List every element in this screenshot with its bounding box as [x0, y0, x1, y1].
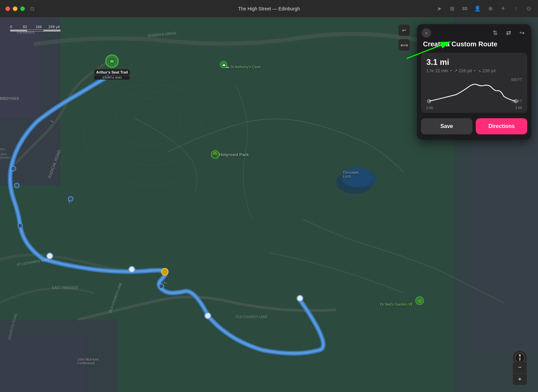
window-title: The High Street — Edinburgh [238, 6, 300, 11]
svg-point-23 [297, 295, 303, 301]
save-button[interactable]: Save [421, 118, 472, 134]
map-container[interactable]: ↓ ↓ ↓ ⛰ 🌳 🌿 RADICAL ROAD QUEEN'S DRIVE S… [0, 17, 538, 392]
scale-seg-2 [27, 30, 44, 32]
share-button[interactable]: ↑ [512, 5, 520, 13]
traffic-lights [5, 6, 25, 11]
panel-close-button[interactable]: × [422, 28, 431, 38]
zoom-in-button[interactable]: + [512, 373, 527, 385]
3d-button[interactable]: 3D [461, 5, 469, 13]
svg-point-20 [161, 268, 168, 275]
minimize-button[interactable] [13, 6, 17, 11]
redo-button[interactable]: ↪ [517, 28, 527, 38]
svg-point-22 [205, 313, 211, 319]
maximize-button[interactable] [20, 6, 25, 11]
svg-text:BIEDYKES: BIEDYKES [0, 96, 19, 100]
cursor-button[interactable]: ➤ [435, 5, 443, 13]
search-button[interactable]: ⊙ [525, 5, 533, 13]
chart-x-start: 0 MI [426, 106, 433, 110]
chart-y-bottom: 100 FT [511, 99, 522, 103]
svg-text:EAST·PARKSIDE: EAST·PARKSIDE [52, 286, 79, 290]
svg-point-21 [159, 284, 164, 289]
map-view-button[interactable]: ⊞ [448, 5, 456, 13]
svg-text:↓: ↓ [68, 199, 71, 206]
chart-x-end: 3 MI [515, 106, 522, 110]
people-button[interactable]: 👤 [473, 5, 482, 13]
chart-y-top: 500 FT [511, 78, 522, 82]
map-left-controls: ↩ ⟺ [398, 24, 410, 51]
svg-point-16 [18, 223, 23, 228]
route-panel: × ⇅ ⇄ ↪ Create a Custom Route 3.1 mi 1 h… [417, 24, 531, 140]
add-button[interactable]: + [499, 5, 507, 13]
scale-0: 0 [10, 25, 23, 29]
chart-y-labels: 500 FT 100 FT [511, 78, 522, 103]
scale-bar-visual [10, 30, 61, 32]
close-icon: × [425, 31, 428, 36]
svg-point-14 [11, 166, 16, 171]
scale-seg-3 [44, 30, 61, 32]
titlebar: ⊡ The High Street — Edinburgh ➤ ⊞ 3D 👤 ⊕… [0, 0, 538, 17]
svg-point-15 [14, 183, 19, 188]
scale-numbers: 0 83 166 249 yd [10, 25, 61, 29]
svg-text:tton: tton [0, 147, 5, 151]
trail-name: Arthur's Seat Trail [94, 69, 130, 75]
route-descent: ↘ 226 yd [477, 68, 496, 73]
reorder-button[interactable]: ⇄ [504, 28, 513, 38]
zoom-controls: − + [512, 361, 527, 385]
route-stats-card: 3.1 mi 1 hr 22 min • ↗ 226 yd • ↘ 226 yd… [421, 53, 527, 113]
trail-marker: Arthur's Seat Trail START ▸ END [94, 54, 130, 80]
trail-sub: START ▸ END [94, 76, 130, 80]
close-button[interactable] [5, 6, 10, 11]
sort-icon: ⇅ [493, 29, 498, 37]
panel-buttons: Save Directions [417, 117, 531, 140]
layers-button[interactable]: ⟺ [398, 39, 410, 51]
route-meta: 1 hr 22 min • ↗ 226 yd • ↘ 226 yd [426, 68, 522, 73]
scale-seg-1 [10, 30, 27, 32]
svg-text:OLD CHURCH LANE: OLD CHURCH LANE [235, 315, 268, 319]
svg-text:⛰: ⛰ [222, 63, 226, 67]
meta-dot2: • [474, 68, 475, 73]
route-ascent: ↗ 226 yd [454, 68, 472, 73]
scale-166: 166 [36, 25, 48, 29]
trail-pin [105, 54, 119, 68]
sort-button[interactable]: ⇅ [490, 28, 500, 38]
route-duration: 1 hr 22 min [426, 68, 448, 73]
meta-dot: • [450, 68, 452, 73]
svg-rect-9 [0, 337, 84, 392]
route-distance: 3.1 mi [426, 57, 522, 67]
reorder-icon: ⇄ [506, 29, 511, 37]
elevation-svg [426, 78, 522, 105]
location-button[interactable]: ⊕ [486, 5, 494, 13]
elevation-chart: 500 FT 100 FT 0 MI 3 MI [426, 78, 522, 108]
scale-83: 83 [23, 25, 36, 29]
svg-text:🌳: 🌳 [213, 153, 218, 157]
scale-bar: 0 83 166 249 yd [10, 25, 61, 32]
undo-map-button[interactable]: ↩ [398, 24, 410, 36]
scale-249: 249 yd [48, 25, 60, 29]
svg-text:🌿: 🌿 [418, 299, 422, 303]
toolbar-actions: ➤ ⊞ 3D 👤 ⊕ + ↑ ⊙ [435, 5, 533, 13]
directions-button[interactable]: Directions [476, 118, 527, 134]
chart-x-labels: 0 MI 3 MI [426, 106, 522, 110]
trail-pin-icon [109, 58, 115, 64]
redo-icon: ↪ [520, 29, 525, 37]
panel-toolbar: × ⇅ ⇄ ↪ [417, 24, 531, 40]
panel-title: Create a Custom Route [417, 40, 531, 53]
svg-point-5 [341, 167, 372, 187]
svg-point-19 [129, 266, 135, 272]
window-icon: ⊡ [29, 5, 36, 12]
north-label: N [519, 354, 521, 357]
zoom-out-button[interactable]: − [512, 361, 527, 373]
